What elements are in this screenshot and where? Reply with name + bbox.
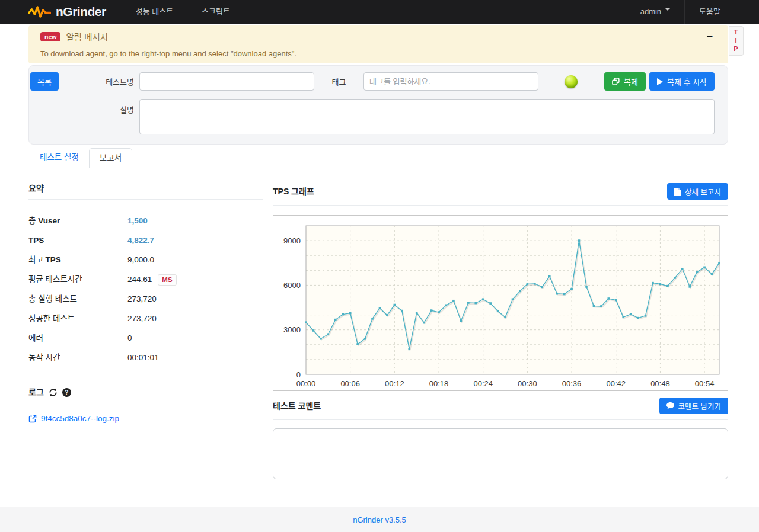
log-file-row: 9f4cc5d8a0c7--log.zip (28, 414, 263, 423)
brand-name: nGrinder (56, 5, 106, 19)
comment-textarea[interactable] (273, 428, 728, 479)
summary-value: 273,720 (127, 293, 157, 305)
nav-script[interactable]: 스크립트 (187, 0, 244, 24)
detail-tabs: 테스트 설정 보고서 (28, 148, 728, 168)
summary-heading: 요약 (28, 184, 263, 193)
svg-text:3000: 3000 (283, 325, 301, 334)
svg-text:00:36: 00:36 (562, 379, 582, 388)
summary-row: 동작 시간00:01:01 (28, 352, 263, 364)
svg-text:00:06: 00:06 (340, 379, 360, 388)
chart-separator (273, 205, 728, 206)
svg-text:0: 0 (296, 370, 301, 379)
announcement-title: 알림 메시지 (66, 30, 108, 43)
log-heading: 로그 (28, 387, 44, 397)
leave-comment-button[interactable]: 코멘트 남기기 (659, 398, 728, 414)
summary-row: 성공한 테스트273,720 (28, 313, 263, 325)
summary-value: 00:01:01 (127, 352, 159, 364)
svg-text:00:54: 00:54 (695, 379, 715, 388)
page-footer: nGrinder v3.5.5 (0, 507, 759, 532)
tab-report[interactable]: 보고서 (89, 148, 132, 168)
refresh-icon (49, 388, 58, 397)
summary-value: 1,500 (127, 215, 148, 227)
document-icon (674, 188, 681, 196)
test-status-ball-icon (565, 75, 578, 88)
clone-and-start-button[interactable]: 복제 후 시작 (649, 72, 715, 91)
unit-badge: MS (158, 274, 176, 286)
summary-row: 최고 TPS9,000.0 (28, 254, 263, 266)
speech-bubble-icon (666, 402, 674, 409)
detailed-report-button[interactable]: 상세 보고서 (667, 183, 728, 200)
summary-row: TPS4,822.7 (28, 235, 263, 246)
top-navbar: nGrinder 성능 테스트 스크립트 admin 도움말 (0, 0, 759, 24)
tag-label: 태그 (314, 76, 363, 87)
svg-text:00:30: 00:30 (518, 379, 537, 388)
clone-button[interactable]: 복제 (604, 72, 646, 91)
tps-chart-container: 030006000900000:0000:0600:1200:1800:2400… (273, 215, 728, 391)
tip-tab[interactable]: TIP (729, 26, 744, 56)
announcement-message: To download agent, go to the right-top m… (40, 46, 716, 61)
copy-icon (612, 78, 620, 85)
brand-logo[interactable]: nGrinder (28, 5, 106, 19)
summary-row: 평균 테스트시간244.61MS (28, 274, 263, 286)
list-button[interactable]: 목록 (30, 72, 59, 91)
nav-help[interactable]: 도움말 (684, 0, 735, 24)
test-name-input[interactable] (139, 72, 314, 91)
svg-text:6000: 6000 (283, 281, 301, 290)
nav-performance-test[interactable]: 성능 테스트 (122, 0, 187, 24)
log-separator (28, 403, 263, 403)
tps-chart-heading: TPS 그래프 (273, 187, 314, 196)
test-header-panel: 목록 테스트명 태그 복제 복제 후 시작 (28, 65, 728, 145)
caret-down-icon (665, 8, 670, 13)
summary-list: 총 Vuser1,500TPS4,822.7최고 TPS9,000.0평균 테스… (28, 215, 263, 364)
tab-test-config[interactable]: 테스트 설정 (30, 148, 89, 168)
play-icon (657, 78, 663, 85)
summary-value: 9,000.0 (127, 254, 154, 266)
new-badge: new (40, 32, 60, 41)
collapse-announcement-button[interactable]: − (703, 33, 716, 41)
tag-input[interactable] (363, 72, 538, 91)
svg-text:00:42: 00:42 (606, 379, 626, 388)
description-label: 설명 (30, 99, 134, 115)
announcement-panel: new 알림 메시지 − To download agent, go to th… (28, 25, 728, 63)
summary-label: 성공한 테스트 (28, 313, 127, 325)
summary-label: 총 실행 테스트 (28, 293, 127, 305)
summary-label: 평균 테스트시간 (28, 274, 127, 286)
nav-user-menu[interactable]: admin (626, 0, 684, 24)
svg-text:00:18: 00:18 (429, 379, 449, 388)
summary-row: 총 Vuser1,500 (28, 215, 263, 227)
log-help-icon[interactable]: ? (62, 388, 71, 397)
summary-row: 총 실행 테스트273,720 (28, 293, 263, 305)
version-link[interactable]: nGrinder v3.5.5 (353, 515, 406, 524)
log-file-link[interactable]: 9f4cc5d8a0c7--log.zip (41, 414, 119, 423)
svg-text:00:00: 00:00 (296, 379, 316, 388)
summary-value: 244.61 (127, 274, 152, 286)
summary-value: 4,822.7 (127, 235, 154, 246)
summary-label: 동작 시간 (28, 352, 127, 364)
test-name-label: 테스트명 (59, 76, 134, 87)
summary-label: 에러 (28, 332, 127, 344)
comment-heading: 테스트 코멘트 (273, 401, 321, 411)
log-refresh-button[interactable] (49, 388, 58, 397)
summary-label: 총 Vuser (28, 215, 127, 227)
waveform-icon (28, 5, 51, 19)
summary-value: 273,720 (127, 313, 157, 325)
svg-text:9000: 9000 (283, 236, 301, 245)
comment-separator (273, 419, 728, 420)
svg-text:00:24: 00:24 (473, 379, 493, 388)
summary-label: TPS (28, 235, 127, 246)
summary-label: 최고 TPS (28, 254, 127, 266)
tps-chart-svg: 030006000900000:0000:0600:1200:1800:2400… (273, 216, 728, 390)
summary-row: 에러0 (28, 332, 263, 344)
nav-user-name: admin (640, 7, 661, 16)
summary-value: 0 (127, 332, 132, 344)
description-textarea[interactable] (139, 99, 715, 134)
external-link-icon (28, 415, 37, 423)
summary-separator (28, 199, 263, 200)
svg-text:00:48: 00:48 (650, 379, 670, 388)
svg-text:00:12: 00:12 (385, 379, 404, 388)
